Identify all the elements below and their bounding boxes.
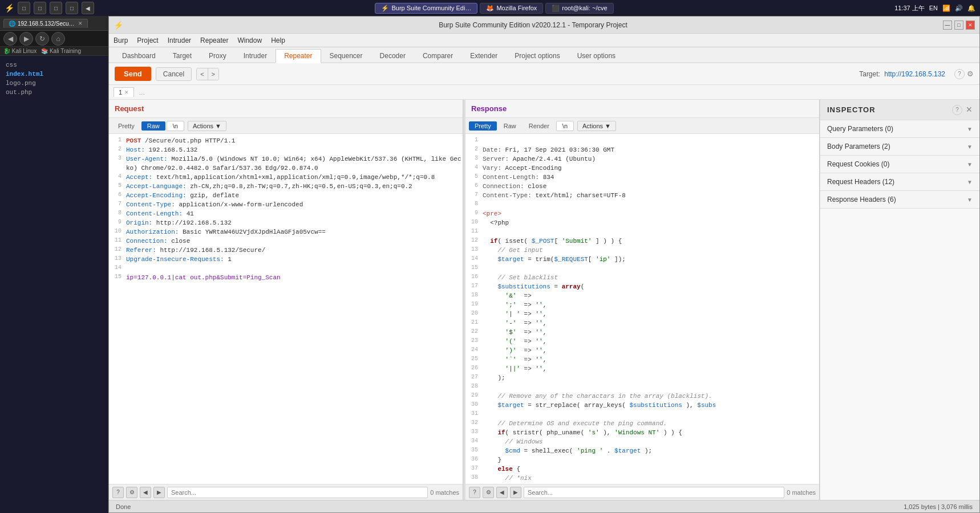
inspector-request-headers[interactable]: Request Headers (12) ▼	[820, 173, 979, 191]
taskbar-icon-3[interactable]: □	[50, 2, 62, 14]
inspector-response-headers[interactable]: Response Headers (6) ▼	[820, 191, 979, 209]
tab-project-options[interactable]: Project options	[506, 49, 568, 62]
menu-repeater[interactable]: Repeater	[200, 36, 228, 44]
file-logo[interactable]: logo.png	[3, 79, 104, 88]
request-line-2: 2Host: 192.168.5.132	[109, 145, 463, 154]
notify-icon: 🔔	[967, 5, 975, 12]
inspector-controls: ? ✕	[952, 105, 973, 115]
taskbar-icon-5[interactable]: ◀	[82, 2, 94, 14]
request-footer: ? ⚙ ◀ ▶ 0 matches	[109, 484, 463, 500]
request-line-8: 8Content-Length: 41	[109, 209, 463, 218]
win-maximize[interactable]: □	[954, 21, 963, 30]
win-close[interactable]: ✕	[966, 21, 975, 30]
response-line-29: 29 // Remove any of the charactars in th…	[465, 392, 819, 401]
req-tab-pretty[interactable]: Pretty	[112, 121, 140, 131]
inspector-panel: INSPECTOR ? ✕ Query Parameters (0) ▼ Bod…	[820, 100, 979, 500]
burp-status-bar: Done 1,025 bytes | 3,076 millis	[109, 500, 979, 512]
tab-dashboard[interactable]: Dashboard	[114, 49, 164, 62]
req-tab-raw[interactable]: Raw	[141, 121, 165, 131]
req-search-input[interactable]	[167, 487, 428, 498]
menu-window[interactable]: Window	[237, 36, 262, 44]
tab-comparer[interactable]: Comparer	[414, 49, 461, 62]
resp-search-input[interactable]	[524, 487, 784, 498]
network-icon: 📶	[942, 5, 950, 12]
repeater-tab-more[interactable]: …	[134, 88, 149, 97]
inspector-help-icon[interactable]: ?	[952, 105, 962, 115]
resp-tab-nl[interactable]: \n	[556, 121, 574, 131]
burp-window-title: Burp Suite Community Edition v2020.12.1 …	[123, 21, 943, 29]
browser-active-tab[interactable]: 🌐 192.168.5.132/Secure/out.p ✕	[3, 19, 88, 28]
resp-tab-pretty[interactable]: Pretty	[469, 121, 497, 131]
repeater-tab-1[interactable]: 1 ✕	[114, 87, 134, 97]
req-settings-icon[interactable]: ⚙	[126, 487, 137, 498]
request-pane-tabs: Pretty Raw \n Actions ▼	[109, 118, 463, 134]
cancel-button[interactable]: Cancel	[156, 67, 192, 81]
history-prev[interactable]: <	[197, 68, 208, 80]
bookmark-kali-training[interactable]: 📚 Kali Training	[41, 48, 81, 54]
request-line-1: 1POST /Secure/out.php HTTP/1.1	[109, 136, 463, 145]
inspector-body-params[interactable]: Body Parameters (2) ▼	[820, 138, 979, 156]
browser-back[interactable]: ◀	[3, 32, 17, 46]
resp-help-icon[interactable]: ?	[469, 487, 480, 498]
taskbar-icon-1[interactable]: □	[18, 2, 30, 14]
file-out[interactable]: out.php	[3, 88, 104, 97]
resp-tab-raw[interactable]: Raw	[498, 121, 522, 131]
firefox-taskbar-icon: 🦊	[486, 5, 494, 12]
browser-forward[interactable]: ▶	[19, 32, 33, 46]
firefox-taskbar-btn[interactable]: 🦊 Mozilla Firefox	[480, 3, 543, 14]
settings-icon[interactable]: ⚙	[967, 70, 974, 78]
request-code-area[interactable]: 1POST /Secure/out.php HTTP/1.12Host: 192…	[109, 134, 463, 484]
taskbar-icon-4[interactable]: □	[66, 2, 78, 14]
inspector-close-icon[interactable]: ✕	[966, 105, 973, 115]
inspector-query-params[interactable]: Query Parameters (0) ▼	[820, 120, 979, 138]
send-button[interactable]: Send	[115, 67, 151, 81]
menu-intruder[interactable]: Intruder	[168, 36, 191, 44]
target-url: http://192.168.5.132	[884, 70, 945, 78]
resp-search-prev[interactable]: ◀	[496, 487, 508, 498]
help-icon[interactable]: ?	[954, 69, 965, 79]
taskbar-icon-2[interactable]: □	[34, 2, 46, 14]
burp-taskbar-icon: ⚡	[381, 5, 389, 12]
file-css[interactable]: css	[3, 60, 104, 70]
resp-settings-icon[interactable]: ⚙	[483, 487, 494, 498]
resp-tab-render[interactable]: Render	[523, 121, 555, 131]
menu-project[interactable]: Project	[137, 36, 158, 44]
file-index[interactable]: index.html	[3, 70, 104, 79]
tab-sequencer[interactable]: Sequencer	[321, 49, 371, 62]
bookmark-kali-linux[interactable]: 🐉 Kali Linux	[3, 48, 37, 54]
tab-repeater[interactable]: Repeater	[276, 49, 321, 63]
response-code-area[interactable]: 12Date: Fri, 17 Sep 2021 03:36:30 GMT3Se…	[465, 134, 819, 484]
tab-extender[interactable]: Extender	[461, 49, 506, 62]
tab-user-options[interactable]: User options	[569, 49, 624, 62]
req-actions-button[interactable]: Actions ▼	[188, 121, 226, 131]
browser-tab-close[interactable]: ✕	[78, 21, 83, 26]
kali-icon[interactable]: ⚡	[5, 3, 14, 13]
req-search-next[interactable]: ▶	[153, 487, 165, 498]
win-minimize[interactable]: —	[943, 21, 952, 30]
repeater-help-controls: ? ⚙	[954, 69, 974, 79]
browser-refresh[interactable]: ↻	[35, 32, 49, 46]
inspector-request-cookies[interactable]: Request Cookies (0) ▼	[820, 156, 979, 173]
resp-search-next[interactable]: ▶	[510, 487, 521, 498]
tab-target[interactable]: Target	[164, 49, 200, 62]
browser-home[interactable]: ⌂	[51, 32, 65, 46]
firefox-favicon: 🌐	[9, 21, 15, 27]
resp-actions-button[interactable]: Actions ▼	[577, 121, 616, 131]
request-line-4: 4Accept: text/html,application/xhtml+xml…	[109, 173, 463, 182]
tab-1-close[interactable]: ✕	[124, 89, 129, 95]
req-help-icon[interactable]: ?	[112, 487, 124, 498]
terminal-taskbar-btn[interactable]: ⬛ root@kali: ~/cve	[545, 3, 613, 14]
burp-taskbar-btn[interactable]: ⚡ Burp Suite Community Edition v2020.12.…	[375, 3, 477, 14]
response-line-13: 13 // Get input	[465, 246, 819, 255]
tab-proxy[interactable]: Proxy	[200, 49, 235, 62]
tab-intruder[interactable]: Intruder	[235, 49, 276, 62]
menu-burp[interactable]: Burp	[114, 36, 128, 44]
response-line-7: 7Content-Type: text/html; charset=UTF-8	[465, 191, 819, 200]
req-search-prev[interactable]: ◀	[140, 487, 151, 498]
response-line-11: 11	[465, 227, 819, 237]
tab-decoder[interactable]: Decoder	[371, 49, 414, 62]
menu-help[interactable]: Help	[271, 36, 285, 44]
req-tab-nl[interactable]: \n	[167, 121, 184, 131]
history-next[interactable]: >	[208, 68, 218, 80]
response-line-17: 17 $substitutions = array(	[465, 282, 819, 291]
